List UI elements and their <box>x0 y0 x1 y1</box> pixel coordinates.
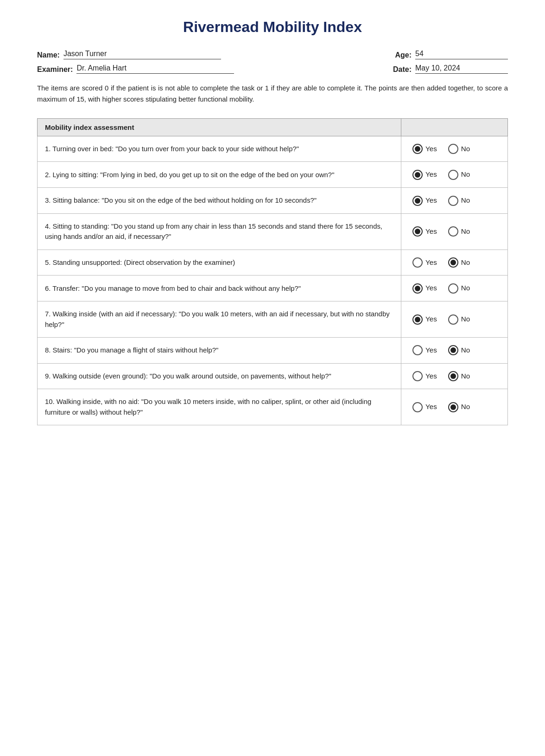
radio-group-1[interactable]: YesNo <box>401 136 508 162</box>
yes-option-8[interactable]: Yes <box>412 345 437 356</box>
radio-group-7[interactable]: YesNo <box>401 301 508 338</box>
table-row: 1. Turning over in bed: "Do you turn ove… <box>38 136 508 162</box>
no-radio-2[interactable] <box>448 170 458 180</box>
no-option-5[interactable]: No <box>448 257 470 268</box>
no-label-9: No <box>461 371 470 382</box>
no-option-3[interactable]: No <box>448 195 470 206</box>
question-4: 4. Sitting to standing: "Do you stand up… <box>38 213 401 250</box>
radio-group-8[interactable]: YesNo <box>401 337 508 363</box>
table-row: 4. Sitting to standing: "Do you stand up… <box>38 213 508 250</box>
radio-group-2[interactable]: YesNo <box>401 162 508 188</box>
no-label-7: No <box>461 314 470 325</box>
age-value: 54 <box>415 50 508 59</box>
radio-group-6[interactable]: YesNo <box>401 275 508 301</box>
examiner-date-row: Examiner: Dr. Amelia Hart Date: May 10, … <box>37 64 508 74</box>
yes-option-7[interactable]: Yes <box>412 314 437 325</box>
yes-label-5: Yes <box>425 257 437 268</box>
radio-group-10[interactable]: YesNo <box>401 389 508 425</box>
table-header-assessment: Mobility index assessment <box>38 118 401 136</box>
no-option-1[interactable]: No <box>448 144 470 154</box>
yes-option-2[interactable]: Yes <box>412 169 437 180</box>
mobility-table: Mobility index assessment 1. Turning ove… <box>37 118 508 425</box>
no-radio-4[interactable] <box>448 226 458 237</box>
yes-radio-3[interactable] <box>412 196 423 206</box>
table-row: 8. Stairs: "Do you manage a flight of st… <box>38 337 508 363</box>
date-field: Date: May 10, 2024 <box>393 64 508 74</box>
age-label: Age: <box>395 51 412 59</box>
radio-group-5[interactable]: YesNo <box>401 250 508 275</box>
description-text: The items are scored 0 if the patient is… <box>37 83 508 105</box>
examiner-field: Examiner: Dr. Amelia Hart <box>37 64 384 74</box>
no-option-2[interactable]: No <box>448 169 470 180</box>
name-label: Name: <box>37 51 60 59</box>
yes-radio-1[interactable] <box>412 144 423 154</box>
question-2: 2. Lying to sitting: "From lying in bed,… <box>38 162 401 188</box>
yes-label-1: Yes <box>425 144 437 154</box>
yes-label-3: Yes <box>425 195 437 206</box>
yes-option-10[interactable]: Yes <box>412 402 437 412</box>
yes-label-7: Yes <box>425 314 437 325</box>
yes-radio-4[interactable] <box>412 226 423 237</box>
name-field: Name: Jason Turner <box>37 50 386 59</box>
no-radio-8[interactable] <box>448 345 458 355</box>
no-label-6: No <box>461 283 470 294</box>
no-radio-3[interactable] <box>448 196 458 206</box>
question-7: 7. Walking inside (with an aid if necess… <box>38 301 401 338</box>
question-10: 10. Walking inside, with no aid: "Do you… <box>38 389 401 425</box>
yes-radio-10[interactable] <box>412 402 423 412</box>
radio-group-3[interactable]: YesNo <box>401 188 508 214</box>
no-option-7[interactable]: No <box>448 314 470 325</box>
yes-radio-2[interactable] <box>412 170 423 180</box>
yes-radio-5[interactable] <box>412 257 423 268</box>
table-row: 10. Walking inside, with no aid: "Do you… <box>38 389 508 425</box>
radio-group-9[interactable]: YesNo <box>401 363 508 389</box>
date-label: Date: <box>393 65 412 74</box>
no-radio-6[interactable] <box>448 283 458 294</box>
no-label-10: No <box>461 402 470 412</box>
yes-label-2: Yes <box>425 169 437 180</box>
question-5: 5. Standing unsupported: (Direct observa… <box>38 250 401 275</box>
no-label-1: No <box>461 144 470 154</box>
table-row: 7. Walking inside (with an aid if necess… <box>38 301 508 338</box>
no-option-10[interactable]: No <box>448 402 470 412</box>
radio-group-4[interactable]: YesNo <box>401 213 508 250</box>
page-title: Rivermead Mobility Index <box>37 19 508 36</box>
no-label-5: No <box>461 257 470 268</box>
age-field: Age: 54 <box>395 50 508 59</box>
yes-radio-7[interactable] <box>412 314 423 325</box>
no-radio-7[interactable] <box>448 314 458 325</box>
no-option-4[interactable]: No <box>448 226 470 237</box>
yes-radio-8[interactable] <box>412 345 423 355</box>
no-option-9[interactable]: No <box>448 371 470 382</box>
no-option-6[interactable]: No <box>448 283 470 294</box>
name-age-row: Name: Jason Turner Age: 54 <box>37 50 508 59</box>
question-9: 9. Walking outside (even ground): "Do yo… <box>38 363 401 389</box>
no-label-2: No <box>461 169 470 180</box>
question-8: 8. Stairs: "Do you manage a flight of st… <box>38 337 401 363</box>
no-label-4: No <box>461 226 470 237</box>
question-6: 6. Transfer: "Do you manage to move from… <box>38 275 401 301</box>
yes-label-8: Yes <box>425 345 437 356</box>
patient-info: Name: Jason Turner Age: 54 Examiner: Dr.… <box>37 50 508 74</box>
table-row: 3. Sitting balance: "Do you sit on the e… <box>38 188 508 214</box>
no-radio-10[interactable] <box>448 402 458 412</box>
yes-option-4[interactable]: Yes <box>412 226 437 237</box>
table-row: 5. Standing unsupported: (Direct observa… <box>38 250 508 275</box>
yes-label-6: Yes <box>425 283 437 294</box>
no-radio-5[interactable] <box>448 257 458 268</box>
yes-option-3[interactable]: Yes <box>412 195 437 206</box>
no-label-8: No <box>461 345 470 356</box>
no-radio-9[interactable] <box>448 371 458 381</box>
examiner-value: Dr. Amelia Hart <box>76 64 234 74</box>
yes-option-6[interactable]: Yes <box>412 283 437 294</box>
yes-option-5[interactable]: Yes <box>412 257 437 268</box>
table-header-col2 <box>401 118 508 136</box>
no-label-3: No <box>461 195 470 206</box>
no-option-8[interactable]: No <box>448 345 470 356</box>
yes-radio-9[interactable] <box>412 371 423 381</box>
table-row: 2. Lying to sitting: "From lying in bed,… <box>38 162 508 188</box>
no-radio-1[interactable] <box>448 144 458 154</box>
yes-option-9[interactable]: Yes <box>412 371 437 382</box>
yes-radio-6[interactable] <box>412 283 423 294</box>
yes-option-1[interactable]: Yes <box>412 144 437 154</box>
